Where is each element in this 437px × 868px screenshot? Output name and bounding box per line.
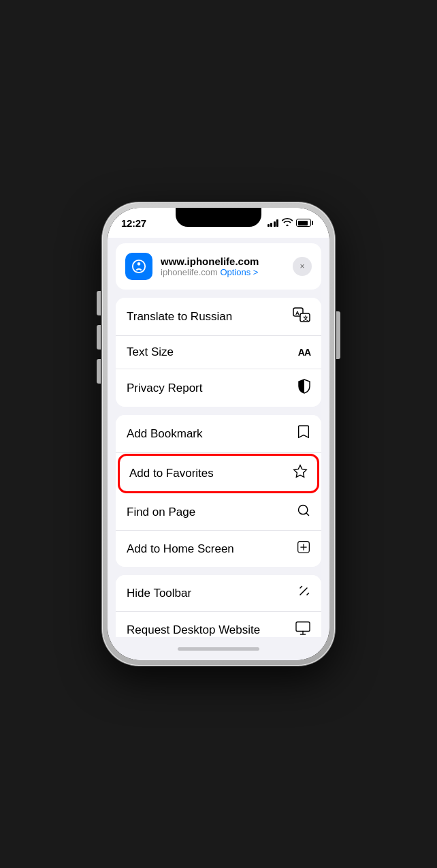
phone-inner: 12:27 <box>108 208 329 660</box>
content-area[interactable]: www.iphonelife.com iphonelife.com Option… <box>108 238 329 637</box>
home-bar <box>108 637 329 660</box>
star-icon <box>293 464 308 482</box>
home-screen-icon <box>297 540 310 557</box>
site-header-card: www.iphonelife.com iphonelife.com Option… <box>116 243 321 290</box>
desktop-icon <box>295 621 310 637</box>
hide-toolbar-label: Hide Toolbar <box>127 587 191 600</box>
svg-point-0 <box>133 260 145 273</box>
site-subdomain: iphonelife.com <box>161 267 218 277</box>
menu-item-text-size[interactable]: Text Size AA <box>116 336 321 369</box>
menu-item-add-bookmark[interactable]: Add Bookmark <box>116 415 321 453</box>
svg-rect-8 <box>296 622 310 632</box>
wifi-icon <box>282 218 293 228</box>
hide-toolbar-icon <box>297 585 310 602</box>
add-bookmark-label: Add Bookmark <box>127 427 203 441</box>
site-sub: iphonelife.com Options > <box>161 267 285 277</box>
menu-item-privacy[interactable]: Privacy Report <box>116 369 321 407</box>
menu-item-add-home-screen[interactable]: Add to Home Screen <box>116 531 321 567</box>
close-button[interactable]: × <box>293 257 312 276</box>
menu-item-add-favorites[interactable]: Add to Favorites <box>118 454 319 493</box>
menu-item-translate[interactable]: Translate to Russian A 文 <box>116 298 321 336</box>
menu-group-2: Add Bookmark Add to Favorites <box>116 415 321 567</box>
privacy-icon <box>298 379 310 397</box>
phone-frame: 12:27 <box>102 202 335 666</box>
battery-icon <box>296 219 313 227</box>
screen: 12:27 <box>108 208 329 660</box>
search-icon <box>297 503 310 521</box>
signal-bars-icon <box>268 219 279 227</box>
request-desktop-label: Request Desktop Website <box>127 623 260 637</box>
add-favorites-label: Add to Favorites <box>129 467 214 480</box>
home-indicator <box>178 647 259 651</box>
menu-group-3: Hide Toolbar Request Desktop Website <box>116 575 321 637</box>
menu-group-1: Translate to Russian A 文 Text Size <box>116 298 321 407</box>
add-home-screen-label: Add to Home Screen <box>127 542 234 556</box>
translate-icon: A 文 <box>293 307 310 326</box>
menu-item-find-on-page[interactable]: Find on Page <box>116 494 321 531</box>
svg-text:文: 文 <box>303 315 308 322</box>
svg-text:A: A <box>295 310 300 316</box>
options-link[interactable]: Options > <box>220 267 258 277</box>
find-on-page-label: Find on Page <box>127 506 195 519</box>
privacy-label: Privacy Report <box>127 382 202 395</box>
notch <box>176 208 261 227</box>
translate-label: Translate to Russian <box>127 310 232 324</box>
menu-item-request-desktop[interactable]: Request Desktop Website <box>116 612 321 637</box>
site-url: www.iphonelife.com <box>161 255 285 267</box>
status-icons <box>268 218 314 228</box>
svg-point-1 <box>137 262 141 266</box>
text-size-icon: AA <box>298 347 310 358</box>
site-icon <box>125 253 152 280</box>
bookmark-icon <box>297 424 310 443</box>
site-info: www.iphonelife.com iphonelife.com Option… <box>161 255 285 277</box>
status-time: 12:27 <box>121 217 146 229</box>
menu-item-hide-toolbar[interactable]: Hide Toolbar <box>116 575 321 612</box>
text-size-label: Text Size <box>127 345 174 359</box>
